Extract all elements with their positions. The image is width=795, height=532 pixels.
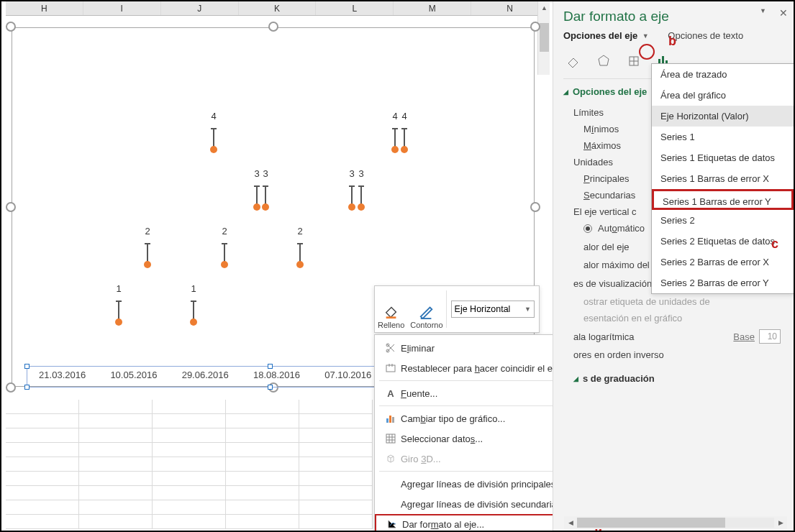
pane-horizontal-scrollbar[interactable]: ◀ ▶ <box>564 516 787 529</box>
dd-item-series2[interactable]: Series 2 <box>652 210 794 231</box>
data-point[interactable] <box>210 146 217 153</box>
scroll-thumb[interactable] <box>540 23 549 52</box>
menu-label: Dar formato al eje... <box>402 519 484 530</box>
data-point[interactable] <box>296 261 304 268</box>
x-tick: 29.06.2016 <box>170 370 241 380</box>
log-base-label: Base <box>726 331 755 342</box>
data-label: 3 <box>263 168 268 179</box>
bar-chart-icon <box>381 413 401 424</box>
data-point[interactable] <box>262 203 269 211</box>
menu-label: Eliminar <box>401 343 435 354</box>
dd-item-series2-error-bars-y[interactable]: Series 2 Barras de error Y <box>652 272 794 293</box>
grid-table-icon <box>381 433 401 444</box>
scroll-thumb[interactable] <box>577 518 725 528</box>
annotation-b: b <box>668 34 676 49</box>
data-point[interactable] <box>221 261 228 268</box>
pane-title: Dar formato a eje <box>553 7 794 30</box>
collapse-triangle-icon: ◢ <box>573 375 578 382</box>
reverse-order-label: ores en orden inverso <box>573 349 781 360</box>
col-I[interactable]: I <box>83 1 161 15</box>
x-tick: 21.03.2016 <box>27 370 98 380</box>
outline-button[interactable]: Contorno <box>407 286 445 332</box>
chart-object[interactable]: 1 1 2 4 2 2 3 3 3 3 4 4 <box>12 27 535 387</box>
data-label: 4 <box>401 111 406 121</box>
dd-item-series1-error-bars-x[interactable]: Series 1 Barras de error X <box>652 168 794 189</box>
data-label: 4 <box>392 111 397 121</box>
data-label: 3 <box>349 168 354 179</box>
data-point[interactable] <box>391 146 399 153</box>
col-L[interactable]: L <box>316 1 394 15</box>
column-header-row: H I J K L M N <box>6 1 549 16</box>
scroll-track[interactable] <box>577 518 774 528</box>
collapse-triangle-icon: ◢ <box>563 88 568 96</box>
col-H[interactable]: H <box>6 1 83 15</box>
x-tick: 18.08.2016 <box>241 370 312 380</box>
format-axis-icon <box>382 518 402 530</box>
dd-item-horizontal-axis[interactable]: Eje Horizontal (Valor) <box>652 106 794 127</box>
menu-label: Fuente... <box>401 388 437 399</box>
data-label: 2 <box>297 226 302 237</box>
effects-tab-icon[interactable] <box>594 51 614 71</box>
svg-rect-5 <box>392 417 394 423</box>
menu-label: Giro 3D... <box>401 454 441 464</box>
mini-toolbar: Relleno Contorno Eje Horizontal ▼ <box>374 285 540 333</box>
dd-item-plot-area[interactable]: Área de trazado <box>652 64 794 85</box>
dd-item-series1-data-labels[interactable]: Series 1 Etiquetas de datos <box>652 147 794 168</box>
x-tick: 10.05.2016 <box>98 370 169 380</box>
svg-rect-6 <box>386 434 395 443</box>
fill-button[interactable]: Relleno <box>375 286 407 332</box>
data-label: 3 <box>254 168 259 179</box>
data-point[interactable] <box>144 261 151 268</box>
radio-automatic[interactable] <box>583 224 592 233</box>
x-tick: 07.10.2016 <box>312 370 383 380</box>
data-point[interactable] <box>348 203 355 211</box>
data-point[interactable] <box>358 203 365 211</box>
tab-text-options[interactable]: Opciones de texto <box>668 30 743 41</box>
col-M[interactable]: M <box>394 1 471 15</box>
svg-marker-7 <box>599 55 609 65</box>
dd-item-series2-error-bars-x[interactable]: Series 2 Barras de error X <box>652 252 794 272</box>
data-point[interactable] <box>253 203 260 211</box>
outline-label: Contorno <box>410 321 442 329</box>
dd-item-series1[interactable]: Series 1 <box>652 127 794 147</box>
pane-options-dropdown-icon[interactable]: ▼ <box>760 7 766 19</box>
col-K[interactable]: K <box>239 1 317 15</box>
dd-item-chart-area[interactable]: Área del gráfico <box>652 85 794 106</box>
close-pane-icon[interactable]: ✕ <box>779 7 788 19</box>
chart-element-dropdown-list: Área de trazado Área del gráfico Eje Hor… <box>651 63 794 294</box>
scroll-left-icon[interactable]: ◀ <box>564 519 577 526</box>
menu-label: Restablecer para hacer coincidir el esti… <box>401 363 569 374</box>
menu-label: Cambiar tipo de gráfico... <box>401 413 505 424</box>
data-point[interactable] <box>115 318 122 326</box>
svg-rect-3 <box>386 418 389 423</box>
data-label: 1 <box>116 283 121 294</box>
log-base-input[interactable]: 10 <box>759 329 781 344</box>
data-label: 2 <box>222 226 227 237</box>
tick-marks-section[interactable]: s de graduación <box>583 373 655 384</box>
axis-options-dropdown-icon[interactable]: ▼ <box>640 31 650 41</box>
menu-label: Seleccionar datos... <box>401 434 483 444</box>
menu-label: Agregar líneas de división principales <box>401 479 555 490</box>
chart-element-combo-label: Eje Horizontal <box>455 304 511 314</box>
scroll-up-icon[interactable]: ▲ <box>538 1 550 14</box>
pen-outline-icon <box>419 303 435 321</box>
chevron-down-icon: ▼ <box>524 306 531 313</box>
data-point[interactable] <box>190 318 197 326</box>
tab-axis-options[interactable]: Opciones del eje ▼ <box>563 30 650 41</box>
fill-line-tab-icon[interactable] <box>563 51 583 71</box>
data-label: 3 <box>358 168 363 179</box>
scroll-right-icon[interactable]: ▶ <box>774 519 787 526</box>
scissors-icon <box>381 342 401 354</box>
cube-icon <box>381 453 401 464</box>
font-A-icon: A <box>381 388 401 399</box>
menu-label: Agregar líneas de división secundarias <box>401 499 561 510</box>
dd-item-series1-error-bars-y[interactable]: Series 1 Barras de error Y <box>652 189 794 210</box>
fill-label: Relleno <box>378 321 404 329</box>
col-J[interactable]: J <box>161 1 239 15</box>
automatic-label: Automático <box>598 223 645 234</box>
vertical-scrollbar[interactable]: ▲ <box>537 1 550 75</box>
data-label: 2 <box>145 226 150 237</box>
worksheet-cells[interactable] <box>6 400 373 532</box>
chart-element-combo[interactable]: Eje Horizontal ▼ <box>447 286 539 332</box>
data-point[interactable] <box>401 146 408 153</box>
